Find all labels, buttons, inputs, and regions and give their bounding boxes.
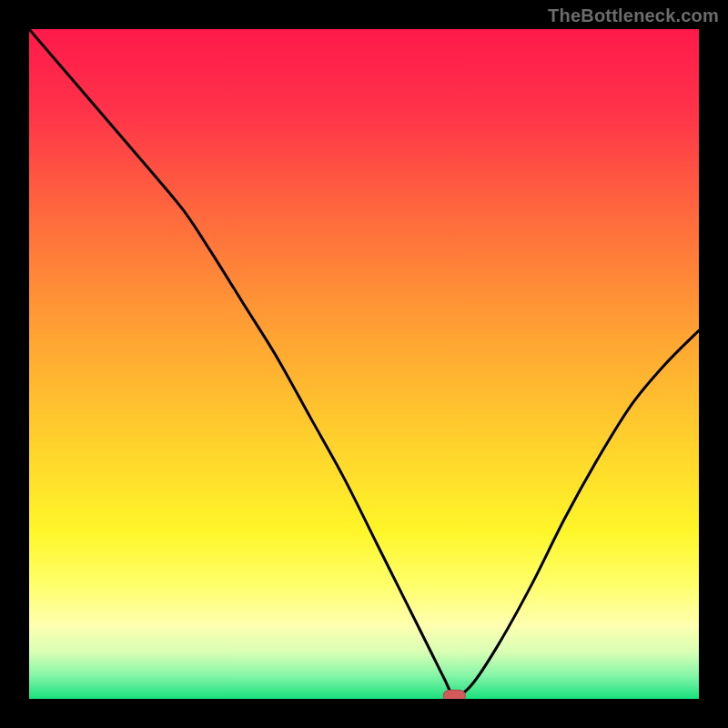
optimal-point-marker [443, 690, 465, 699]
plot-background [29, 29, 699, 699]
attribution-text: TheBottleneck.com [548, 5, 719, 26]
plot-area [29, 29, 699, 699]
chart-frame: TheBottleneck.com [0, 0, 728, 728]
chart-svg [29, 29, 699, 699]
